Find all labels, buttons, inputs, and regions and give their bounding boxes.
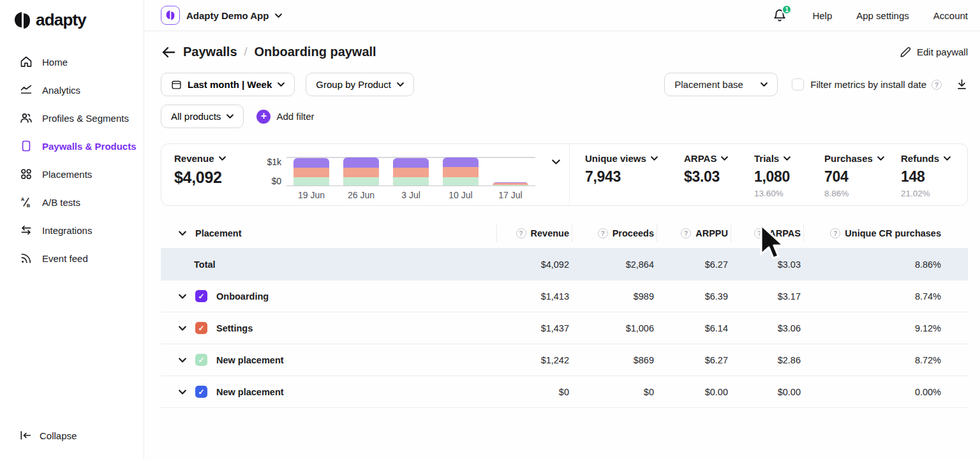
table-row: New placement $0 $0 $0.00 $0.00 0.00% [161,376,968,408]
sidebar-item-profiles-segments[interactable]: Profiles & Segments [0,104,144,132]
sidebar-item-paywalls-products[interactable]: Paywalls & Products [0,132,144,160]
table-row-total: Total $4,092 $2,864 $6.27 $3.03 8.86% [161,249,968,280]
revenue-chart: $1k $0 19 Jun26 Jun3 Jul10 Jul17 Jul [260,153,535,205]
sidebar-collapse-button[interactable]: Collapse [0,430,144,459]
metric-selector[interactable]: ARPAS [684,153,754,164]
help-circle-icon[interactable] [830,228,840,238]
svg-text:B: B [27,203,31,208]
metrics-pane: Unique views 7,943 ARPAS $3.03 [570,144,967,205]
sidebar-item-ab-tests[interactable]: AB A/B tests [0,188,144,216]
chart-plot: 19 Jun26 Jun3 Jul10 Jul17 Jul [286,157,535,186]
sidebar-item-event-feed[interactable]: Event feed [0,244,144,272]
help-circle-icon[interactable] [516,228,526,238]
page-title: Onboarding paywall [255,45,376,59]
column-header-proceeds[interactable]: Proceeds [572,224,657,242]
date-range-button[interactable]: Last month | Week [161,73,295,96]
group-by-button[interactable]: Group by Product [306,73,414,96]
placement-name[interactable]: New placement [216,387,284,397]
column-header-unique-cr[interactable]: Unique CR purchases [803,224,944,242]
x-tick-label: 17 Jul [486,190,535,200]
add-filter-button[interactable]: Add filter [256,110,314,124]
column-label: Revenue [531,228,569,238]
integrations-icon [19,223,33,237]
sidebar-item-placements[interactable]: Placements [0,160,144,188]
help-circle-icon[interactable] [598,228,608,238]
row-checkbox[interactable] [195,290,207,302]
revenue-metric-selector[interactable]: Revenue [174,153,257,164]
metric-selector[interactable]: Unique views [585,153,684,164]
sidebar-nav: Home Analytics Profiles & Segments Paywa… [0,48,144,272]
placement-base-select[interactable]: Placement base [664,73,778,96]
help-link[interactable]: Help [812,10,832,21]
column-label: ARPPU [695,228,728,238]
sidebar-item-label: Placements [42,169,92,180]
cell-unique-cr: 8.74% [803,291,944,302]
cell-arpas: $0.00 [731,387,803,397]
chevron-down-icon[interactable] [179,326,186,331]
sidebar-item-analytics[interactable]: Analytics [0,76,144,104]
column-header-revenue[interactable]: Revenue [496,224,572,242]
cell-revenue: $1,242 [496,355,572,365]
back-arrow-icon[interactable] [161,46,176,59]
metric-selector[interactable]: Refunds [901,153,951,164]
row-checkbox[interactable] [195,386,207,398]
row-placement-cell: New placement [161,354,496,366]
account-link[interactable]: Account [933,10,968,21]
help-circle-icon[interactable] [754,228,764,238]
table-header: Placement Revenue Proceeds ARPPU ARPAS U… [161,218,968,249]
edit-paywall-button[interactable]: Edit paywall [900,47,968,58]
app-settings-link[interactable]: App settings [856,10,909,21]
cell-unique-cr: 0.00% [803,387,944,397]
placement-name[interactable]: Onboarding [216,291,269,302]
adapty-logo-icon [14,11,31,29]
x-tick-label: 3 Jul [386,190,436,200]
notifications-button[interactable]: 1 [773,8,788,23]
placement-name[interactable]: Settings [216,323,253,333]
breadcrumb-paywalls[interactable]: Paywalls [183,45,237,59]
metric-selector[interactable]: Trials [754,153,824,164]
y-tick-bottom: $0 [260,176,281,186]
topbar-right: 1 Help App settings Account [773,8,968,23]
install-date-checkbox[interactable] [792,78,804,91]
chevron-down-icon[interactable] [179,390,186,395]
cell-proceeds: $1,006 [572,323,657,333]
sidebar-item-label: Profiles & Segments [42,113,129,124]
help-circle-icon[interactable] [932,80,942,90]
metric-label: Purchases [824,153,873,164]
calendar-icon [171,79,182,90]
column-header-arppu[interactable]: ARPPU [657,224,731,242]
app-selector[interactable]: Adapty Demo App [161,6,282,25]
help-circle-icon[interactable] [681,228,691,238]
column-label: Proceeds [612,228,654,238]
breadcrumb-separator: / [244,45,248,59]
row-checkbox[interactable] [195,322,207,334]
chevron-down-icon [226,114,234,119]
filters-right-controls: Placement base Filter metrics by install… [664,73,968,96]
sidebar-item-label: A/B tests [42,197,80,208]
metric-label: ARPAS [684,153,716,164]
notification-badge: 1 [782,4,792,15]
chevron-down-icon[interactable] [179,358,186,363]
total-proceeds: $2,864 [572,259,657,270]
metric-purchases: Purchases 704 8.86% [824,153,901,205]
metric-label: Trials [754,153,779,164]
chevron-down-icon[interactable] [179,294,186,299]
sidebar-item-home[interactable]: Home [0,48,144,76]
main-area: Adapty Demo App 1 Help App settings Acco… [144,0,980,459]
bar-3-jul [386,157,436,186]
chart-collapse-chevron[interactable] [552,156,560,205]
sidebar-item-label: Event feed [42,253,88,264]
placement-name[interactable]: New placement [216,355,284,365]
app-root: adapty Home Analytics Profiles & Segment… [0,0,980,459]
download-icon[interactable] [956,78,968,91]
chevron-down-icon[interactable] [179,231,186,236]
ab-tests-icon: AB [19,195,33,209]
metric-selector[interactable]: Purchases [824,153,901,164]
metric-value: 7,943 [585,168,684,186]
all-products-button[interactable]: All products [161,105,244,128]
column-header-arpas[interactable]: ARPAS [731,224,803,242]
total-revenue: $4,092 [496,259,572,270]
sidebar-item-integrations[interactable]: Integrations [0,216,144,244]
row-checkbox[interactable] [195,354,207,366]
metric-value: 704 [824,168,901,186]
